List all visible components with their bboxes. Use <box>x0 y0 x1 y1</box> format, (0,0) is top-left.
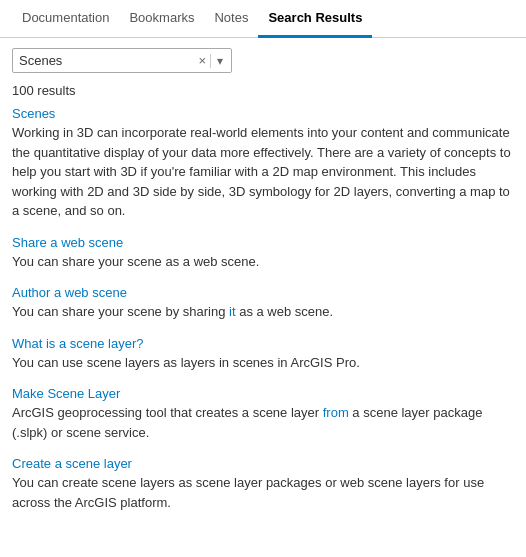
results-count: 100 results <box>0 79 526 106</box>
result-item-make-scene-layer: Make Scene Layer ArcGIS geoprocessing to… <box>12 386 514 442</box>
result-body-make-link[interactable]: from <box>323 405 349 420</box>
tab-notes[interactable]: Notes <box>204 0 258 38</box>
results-list: Scenes Working in 3D can incorporate rea… <box>0 106 526 512</box>
result-title-share-web-scene[interactable]: Share a web scene <box>12 235 123 250</box>
tab-documentation[interactable]: Documentation <box>12 0 119 38</box>
result-title-what-is-scene-layer[interactable]: What is a scene layer? <box>12 336 144 351</box>
result-body-scenes: Working in 3D can incorporate real-world… <box>12 123 514 221</box>
result-item-what-is-scene-layer: What is a scene layer? You can use scene… <box>12 336 514 373</box>
result-title-make-scene-layer[interactable]: Make Scene Layer <box>12 386 120 401</box>
result-item-create-scene-layer: Create a scene layer You can create scen… <box>12 456 514 512</box>
tab-bookmarks[interactable]: Bookmarks <box>119 0 204 38</box>
search-dropdown-button[interactable]: ▾ <box>210 54 225 68</box>
result-body-make-scene-layer: ArcGIS geoprocessing tool that creates a… <box>12 403 514 442</box>
result-item-scenes: Scenes Working in 3D can incorporate rea… <box>12 106 514 221</box>
result-title-create-scene-layer[interactable]: Create a scene layer <box>12 456 132 471</box>
result-title-scenes[interactable]: Scenes <box>12 106 55 121</box>
result-body-create-scene-layer: You can create scene layers as scene lay… <box>12 473 514 512</box>
search-box[interactable]: × ▾ <box>12 48 232 73</box>
result-body-what-is-scene-layer: You can use scene layers as layers in sc… <box>12 353 514 373</box>
result-body-author-link[interactable]: it <box>229 304 236 319</box>
app-container: Documentation Bookmarks Notes Search Res… <box>0 0 526 512</box>
nav-tabs: Documentation Bookmarks Notes Search Res… <box>0 0 526 38</box>
search-clear-button[interactable]: × <box>194 53 210 68</box>
result-body-author-web-scene: You can share your scene by sharing it a… <box>12 302 514 322</box>
result-item-author-web-scene: Author a web scene You can share your sc… <box>12 285 514 322</box>
search-area: × ▾ <box>0 38 526 79</box>
result-title-author-web-scene[interactable]: Author a web scene <box>12 285 127 300</box>
result-body-share-web-scene: You can share your scene as a web scene. <box>12 252 514 272</box>
result-item-share-web-scene: Share a web scene You can share your sce… <box>12 235 514 272</box>
search-input[interactable] <box>19 53 194 68</box>
tab-search-results[interactable]: Search Results <box>258 0 372 38</box>
